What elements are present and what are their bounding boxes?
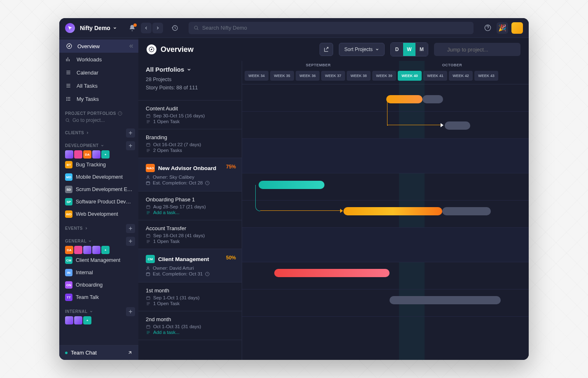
nav-overview[interactable]: Overview (59, 40, 138, 53)
add-client-button[interactable]: + (126, 128, 135, 138)
project-badge-icon: NAO (146, 164, 155, 172)
section-portfolios: PROJECT PORTFOLIOS (65, 111, 133, 116)
team-chat-button[interactable]: Team Chat (59, 345, 138, 360)
gantt-row (242, 289, 529, 317)
gantt-row-project (242, 139, 529, 173)
week-pill[interactable]: WEEK 35 (270, 71, 294, 81)
gantt-column[interactable]: SEPTEMBER OCTOBER WEEK 34WEEK 35WEEK 36W… (242, 61, 529, 360)
gantt-row (242, 262, 529, 289)
user-avatar[interactable] (511, 22, 523, 34)
task-card[interactable]: 2nd monthOct 1-Oct 31 (31 days)Add a tas… (138, 311, 242, 340)
sidebar-project-item[interactable]: MDMobile Development (65, 171, 133, 183)
add-task-link[interactable]: Add a task... (146, 330, 234, 335)
task-card[interactable]: BrandingOct 16-Oct 22 (7 days)2 Open Tas… (138, 129, 242, 158)
week-pill[interactable]: WEEK 37 (321, 71, 345, 81)
list-icon (65, 70, 72, 75)
gantt-bar[interactable] (259, 181, 324, 189)
week-pill[interactable]: WEEK 42 (449, 71, 473, 81)
sidebar-project-item[interactable]: BTBug Tracking (65, 159, 133, 171)
project-owner: Owner: Sky Calibey (146, 175, 234, 180)
svg-point-9 (147, 175, 149, 177)
week-pill[interactable]: WEEK 41 (423, 71, 447, 81)
project-row[interactable]: NAONew Advisor Onboard 75% Owner: Sky Ca… (138, 158, 242, 191)
gantt-bar[interactable] (445, 121, 470, 130)
section-development[interactable]: DEVELOPMENT (65, 143, 104, 148)
week-pill[interactable]: WEEK 36 (296, 71, 320, 81)
sidebar-project-item[interactable]: WDWeb Development (65, 208, 133, 220)
chart-icon (65, 56, 72, 62)
project-estimate: Est. Completion: Oct 28 (146, 180, 234, 185)
gantt-row (242, 201, 529, 228)
help-button[interactable] (482, 22, 493, 34)
chevron-down-icon (89, 310, 93, 313)
global-search[interactable]: Search Nifty Demo (189, 22, 474, 34)
add-general-button[interactable]: + (126, 237, 135, 246)
week-pill[interactable]: WEEK 34 (245, 71, 268, 81)
view-day-button[interactable]: D (391, 43, 403, 56)
task-title: 1st month (146, 287, 234, 294)
task-card[interactable]: Onboarding Phase 1Aug 28-Sep 17 (21 days… (138, 191, 242, 220)
collapse-sidebar-icon[interactable] (128, 43, 134, 49)
sidebar-project-item[interactable]: ONOnboarding (65, 279, 133, 291)
portfolio-header[interactable]: All Portfolios 28 Projects Story Points:… (138, 61, 242, 100)
jump-to-project-input[interactable] (434, 43, 520, 56)
week-pill[interactable]: WEEK 39 (372, 71, 396, 81)
nav-label: Overview (77, 43, 100, 49)
gantt-bar[interactable] (386, 95, 422, 103)
week-pill[interactable]: WEEK 38 (347, 71, 371, 81)
section-events[interactable]: EVENTS (65, 226, 88, 231)
view-week-button[interactable]: W (403, 43, 415, 56)
add-event-button[interactable]: + (126, 224, 135, 233)
workspace-switcher[interactable]: Nifty Demo (80, 25, 117, 31)
gantt-bar[interactable] (390, 296, 501, 304)
sidebar-project-item[interactable]: INInternal (65, 266, 133, 279)
gantt-bar[interactable] (343, 207, 442, 215)
task-card[interactable]: Content AuditSep 30-Oct 15 (16 days)1 Op… (138, 100, 242, 129)
view-month-button[interactable]: M (415, 43, 428, 56)
gantt-bar[interactable] (274, 269, 390, 277)
task-title: 2nd month (146, 316, 234, 322)
help-icon[interactable] (118, 111, 122, 116)
notifications-button[interactable] (128, 24, 136, 32)
project-label: Team Talk (76, 294, 99, 300)
gantt-bar[interactable] (422, 95, 443, 103)
task-date: Aug 28-Sep 17 (21 days) (146, 204, 234, 209)
gantt-bar[interactable] (442, 207, 491, 215)
nav-label: My Tasks (77, 96, 99, 102)
project-row[interactable]: CMClient Management 50% Owner: David Art… (138, 249, 242, 282)
section-general[interactable]: GENERAL (65, 239, 92, 243)
party-icon: 🎉 (498, 24, 506, 32)
week-pill[interactable]: WEEK 40 (398, 71, 422, 81)
sidebar-project-item[interactable]: SPSoftware Product Devel... (65, 196, 133, 208)
nav-my-tasks[interactable]: My Tasks (59, 92, 138, 105)
celebrate-button[interactable]: 🎉 (497, 22, 508, 34)
history-icon (172, 25, 178, 31)
nav-back-button[interactable] (141, 23, 152, 33)
export-button[interactable] (320, 43, 333, 56)
nav-calendar[interactable]: Calendar (59, 66, 138, 79)
add-dev-button[interactable]: + (126, 141, 135, 150)
sort-projects-button[interactable]: Sort Projects (339, 43, 385, 56)
app-logo[interactable] (65, 23, 75, 33)
sidebar-project-item[interactable]: CMClient Management (65, 254, 133, 266)
int-members[interactable]: + (65, 316, 133, 324)
section-clients[interactable]: CLIENTS (65, 131, 89, 135)
view-toggle: D W M (390, 42, 428, 56)
nav-workloads[interactable]: Workloads (59, 53, 138, 66)
dev-members[interactable]: DA+ (65, 150, 133, 159)
history-button[interactable] (170, 23, 180, 33)
app-window: Nifty Demo Search Nifty Demo 🎉 (59, 18, 529, 360)
task-card[interactable]: Account TransferSep 18-Oct 28 (41 days)1… (138, 220, 242, 249)
sidebar-project-item[interactable]: SDScrum Development Epic (65, 183, 133, 196)
week-pill[interactable]: WEEK 43 (474, 71, 498, 81)
sidebar-project-item[interactable]: TTTeam Talk (65, 291, 133, 303)
add-internal-button[interactable]: + (126, 307, 135, 316)
nav-all-tasks[interactable]: All Tasks (59, 79, 138, 92)
task-card[interactable]: 1st monthSep 1-Oct 1 (31 days)1 Open Tas… (138, 282, 242, 311)
section-internal[interactable]: INTERNAL (65, 309, 93, 314)
gen-members[interactable]: DA+ (65, 246, 133, 254)
nav-forward-button[interactable] (152, 23, 163, 33)
go-to-project-input[interactable]: Go to project... (65, 116, 133, 125)
add-task-link[interactable]: Add a task... (146, 210, 234, 215)
project-label: Mobile Development (76, 174, 123, 180)
